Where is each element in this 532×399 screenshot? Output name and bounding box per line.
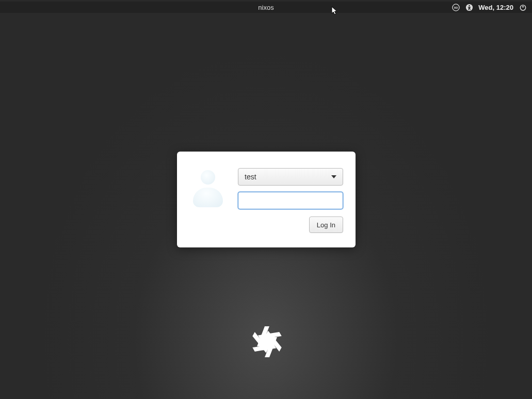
clock-label: Wed, 12:20 xyxy=(478,4,513,11)
svg-point-3 xyxy=(469,5,470,6)
login-panel: test Log In xyxy=(177,152,356,247)
hostname-label: nixos xyxy=(258,4,273,11)
chevron-down-icon xyxy=(331,175,336,178)
top-bar: nixos xo Wed, 12:20 xyxy=(0,2,532,13)
accessibility-icon[interactable] xyxy=(465,3,473,11)
svg-text:xo: xo xyxy=(454,6,458,9)
nixos-logo-icon xyxy=(248,324,286,359)
login-button[interactable]: Log In xyxy=(309,217,343,233)
user-select-dropdown[interactable]: test xyxy=(238,168,343,186)
user-select-value: test xyxy=(245,173,256,181)
keyboard-layout-icon[interactable]: xo xyxy=(452,3,460,11)
top-bar-right: xo Wed, 12:20 xyxy=(452,3,532,11)
login-form: test Log In xyxy=(238,168,343,236)
password-input[interactable] xyxy=(238,192,343,209)
power-icon[interactable] xyxy=(519,3,527,11)
user-avatar-icon xyxy=(189,170,227,207)
